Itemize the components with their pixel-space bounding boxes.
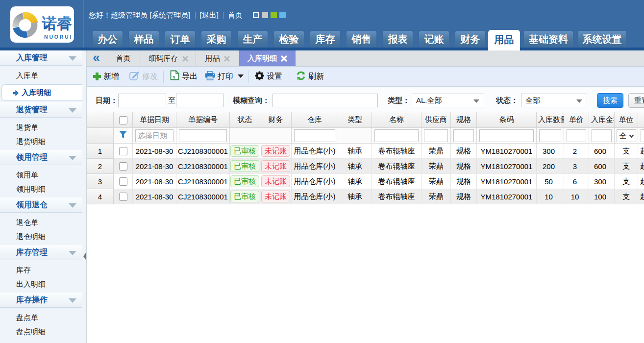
svg-text:x: x (173, 74, 175, 79)
svg-text:诺睿: 诺睿 (41, 15, 72, 32)
